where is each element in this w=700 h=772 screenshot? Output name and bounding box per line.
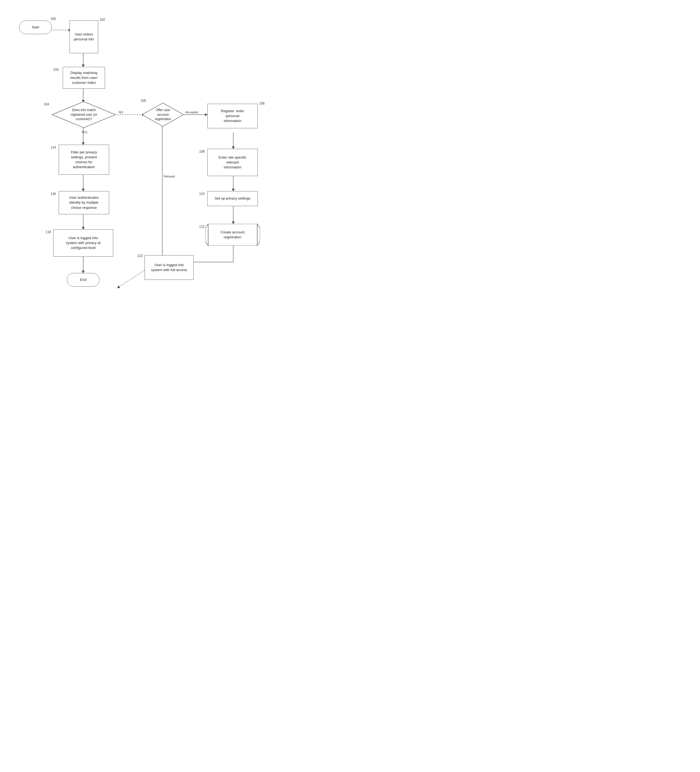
svg-marker-22: [257, 224, 260, 246]
node-114-label: Filter per privacy settings, present cho…: [71, 150, 97, 170]
node-110-label: Set up privacy settings: [215, 196, 250, 201]
svg-line-18: [117, 270, 145, 288]
node-110-num: 110: [199, 192, 205, 196]
node-104: Does info match registered user (or cust…: [52, 101, 116, 128]
node-110: Set up privacy settings: [207, 191, 258, 206]
label-refused: Refused: [164, 175, 175, 178]
label-yes: YES: [81, 131, 87, 134]
node-105-label: Offer user account registration: [155, 108, 171, 121]
node-105: Offer user account registration: [142, 102, 184, 127]
node-103-num: 103: [53, 68, 59, 72]
node-104-label: Does info match registered user (or cust…: [70, 108, 97, 121]
node-108: Enter site specific relevant information: [207, 149, 258, 176]
node-106: Register: enter personal information: [207, 104, 258, 128]
node-103: Display matching results from user/ cust…: [63, 67, 105, 89]
end-node: End: [67, 273, 100, 287]
start-num: 100: [51, 17, 56, 21]
node-104-num: 104: [44, 102, 49, 106]
node-106-num: 106: [259, 101, 264, 105]
node-116-label: User authenticates identity by multiple …: [69, 195, 98, 210]
node-108-label: Enter site specific relevant information: [219, 155, 246, 170]
node-118-label: User is logged into system with privacy …: [66, 236, 100, 250]
end-label: End: [80, 277, 86, 282]
arrows-layer: [0, 0, 300, 377]
start-node: Start: [19, 20, 52, 34]
node-112: Create account registration: [207, 224, 258, 246]
node-118-num: 118: [46, 230, 51, 234]
node-108-num: 108: [199, 150, 205, 154]
flowchart-diagram: Start 100 User enters personal info 102 …: [0, 0, 300, 377]
svg-marker-21: [206, 224, 208, 246]
node-102-num: 102: [100, 18, 105, 21]
node-113: User is logged into system with full acc…: [145, 255, 194, 280]
start-label: Start: [32, 25, 39, 30]
node-102: User enters personal info: [70, 20, 98, 53]
label-accepted: Accepted: [186, 111, 198, 114]
node-112-num: 112: [199, 225, 205, 229]
node-113-num: 113: [137, 254, 143, 258]
node-114-num: 114: [51, 146, 56, 149]
node-114: Filter per privacy settings, present cho…: [59, 145, 109, 175]
node-118: User is logged into system with privacy …: [53, 229, 113, 257]
label-no: NO: [119, 111, 123, 114]
node-113-label: User is logged into system with full acc…: [151, 263, 187, 272]
node-103-label: Display matching results from user/ cust…: [70, 70, 97, 85]
node-106-label: Register: enter personal information: [221, 109, 244, 124]
node-116-num: 116: [51, 192, 56, 196]
node-116: User authenticates identity by multiple …: [59, 191, 109, 214]
node-112-label: Create account registration: [220, 230, 245, 240]
node-102-label: User enters personal info: [73, 32, 94, 42]
node-105-num: 105: [140, 99, 146, 103]
